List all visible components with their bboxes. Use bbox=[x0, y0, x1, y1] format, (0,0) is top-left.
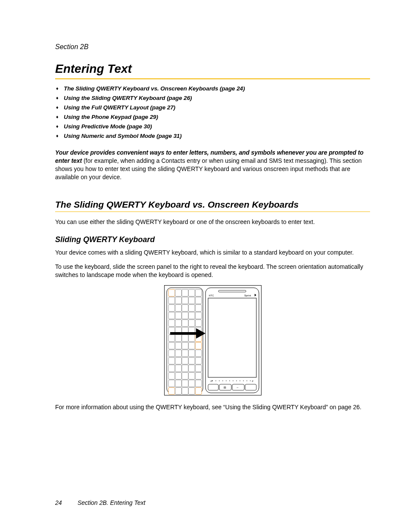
svg-rect-60 bbox=[175, 342, 181, 349]
svg-text:←: ← bbox=[236, 386, 239, 389]
svg-point-9 bbox=[229, 380, 230, 381]
svg-text:p: p bbox=[210, 380, 212, 382]
paragraph: For more information about using the QWE… bbox=[55, 403, 370, 411]
intro-rest: (for example, when adding a Contacts ent… bbox=[55, 157, 362, 180]
svg-rect-47 bbox=[188, 320, 195, 327]
svg-rect-25 bbox=[175, 289, 181, 296]
svg-rect-76 bbox=[182, 365, 188, 372]
svg-rect-89 bbox=[168, 388, 175, 395]
svg-point-6 bbox=[219, 380, 220, 381]
svg-rect-61 bbox=[182, 342, 188, 349]
footer-section-text: Section 2B. Entering Text bbox=[78, 499, 145, 506]
heading-sliding-vs-onscreen: The Sliding QWERTY Keyboard vs. Onscreen… bbox=[55, 199, 370, 210]
svg-rect-46 bbox=[182, 320, 188, 327]
svg-rect-80 bbox=[175, 373, 181, 380]
svg-rect-83 bbox=[195, 373, 202, 380]
svg-rect-72 bbox=[188, 358, 195, 364]
screen-half: hTC Sprint p p ⊞ ← bbox=[206, 288, 259, 393]
svg-rect-90 bbox=[175, 388, 181, 395]
device-screen bbox=[208, 298, 256, 377]
svg-rect-41 bbox=[182, 312, 188, 319]
toc-item[interactable]: Using the Phone Keypad (page 29) bbox=[64, 114, 370, 120]
svg-rect-28 bbox=[195, 289, 202, 296]
page: Section 2B Entering Text The Sliding QWE… bbox=[0, 0, 411, 532]
svg-rect-65 bbox=[175, 350, 181, 357]
svg-text:p: p bbox=[252, 380, 253, 382]
svg-rect-74 bbox=[168, 365, 175, 372]
svg-rect-68 bbox=[195, 350, 202, 357]
device-figure: hTC Sprint p p ⊞ ← bbox=[164, 285, 262, 395]
svg-rect-70 bbox=[175, 358, 181, 364]
svg-rect-37 bbox=[188, 305, 195, 311]
svg-rect-92 bbox=[188, 388, 195, 395]
svg-rect-77 bbox=[188, 365, 195, 372]
paragraph: To use the keyboard, slide the screen pa… bbox=[55, 263, 370, 279]
svg-rect-56 bbox=[182, 335, 188, 342]
svg-text:⊞: ⊞ bbox=[224, 386, 226, 389]
svg-rect-34 bbox=[168, 305, 175, 311]
toc-list: The Sliding QWERTY Keyboard vs. Onscreen… bbox=[55, 85, 370, 139]
svg-point-10 bbox=[233, 380, 234, 381]
svg-point-13 bbox=[243, 380, 244, 381]
svg-rect-18 bbox=[208, 384, 218, 390]
svg-rect-32 bbox=[188, 297, 195, 304]
svg-rect-36 bbox=[182, 305, 188, 311]
toc-item[interactable]: Using Numeric and Symbol Mode (page 31) bbox=[64, 133, 370, 139]
svg-rect-73 bbox=[195, 358, 202, 364]
svg-rect-54 bbox=[168, 335, 175, 342]
svg-rect-75 bbox=[175, 365, 181, 372]
svg-rect-24 bbox=[168, 289, 175, 296]
svg-rect-27 bbox=[188, 289, 195, 296]
svg-rect-87 bbox=[188, 380, 195, 387]
brand-label: hTC bbox=[209, 294, 214, 297]
svg-rect-66 bbox=[182, 350, 188, 357]
svg-point-5 bbox=[215, 380, 216, 381]
svg-point-8 bbox=[226, 380, 227, 381]
title-rule bbox=[55, 78, 370, 79]
svg-rect-39 bbox=[168, 312, 175, 319]
paragraph: Your device comes with a sliding QWERTY … bbox=[55, 249, 370, 257]
svg-point-15 bbox=[250, 380, 251, 381]
svg-rect-71 bbox=[182, 358, 188, 364]
svg-rect-45 bbox=[175, 320, 181, 327]
toc-item[interactable]: Using the Full QWERTY Layout (page 27) bbox=[64, 104, 370, 111]
toc-item[interactable]: The Sliding QWERTY Keyboard vs. Onscreen… bbox=[64, 85, 370, 92]
svg-rect-85 bbox=[175, 380, 181, 387]
svg-rect-43 bbox=[195, 312, 202, 319]
svg-rect-30 bbox=[175, 297, 181, 304]
page-title: Entering Text bbox=[55, 62, 370, 76]
heading-sliding-qwerty: Sliding QWERTY Keyboard bbox=[55, 235, 370, 244]
svg-rect-26 bbox=[182, 289, 188, 296]
svg-rect-44 bbox=[168, 320, 175, 327]
svg-point-4 bbox=[212, 380, 213, 381]
svg-point-11 bbox=[236, 380, 237, 381]
toc-item[interactable]: Using Predictive Mode (page 30) bbox=[64, 123, 370, 130]
svg-rect-42 bbox=[188, 312, 195, 319]
svg-rect-63 bbox=[195, 342, 202, 349]
svg-point-7 bbox=[222, 380, 223, 381]
svg-rect-88 bbox=[195, 380, 202, 387]
paragraph: You can use either the sliding QWERTY ke… bbox=[55, 218, 370, 226]
svg-point-12 bbox=[240, 380, 240, 381]
section-label: Section 2B bbox=[55, 43, 370, 51]
svg-rect-38 bbox=[195, 305, 202, 311]
svg-rect-81 bbox=[182, 373, 188, 380]
svg-rect-93 bbox=[195, 388, 202, 395]
intro-paragraph: Your device provides convenient ways to … bbox=[55, 149, 370, 181]
carrier-label: Sprint bbox=[244, 294, 251, 297]
svg-rect-21 bbox=[245, 384, 256, 390]
svg-rect-48 bbox=[195, 320, 202, 327]
svg-rect-78 bbox=[195, 365, 202, 372]
svg-rect-57 bbox=[188, 335, 195, 342]
svg-rect-67 bbox=[188, 350, 195, 357]
svg-rect-64 bbox=[168, 350, 175, 357]
svg-rect-31 bbox=[182, 297, 188, 304]
footer-page-number: 24 bbox=[55, 499, 76, 506]
svg-rect-69 bbox=[168, 358, 175, 364]
h2-rule bbox=[55, 212, 370, 212]
svg-point-14 bbox=[246, 380, 247, 381]
svg-rect-33 bbox=[195, 297, 202, 304]
toc-item[interactable]: Using the Sliding QWERTY Keyboard (page … bbox=[64, 95, 370, 101]
svg-rect-91 bbox=[182, 388, 188, 395]
svg-rect-86 bbox=[182, 380, 188, 387]
